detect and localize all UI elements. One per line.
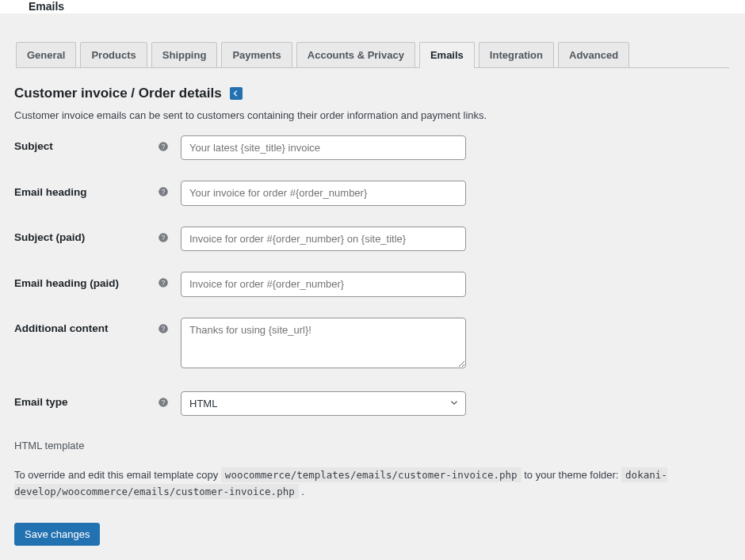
label-subject: Subject (14, 140, 53, 152)
help-icon[interactable]: ? (157, 276, 170, 289)
tab-emails[interactable]: Emails (419, 42, 475, 68)
tab-accounts-privacy[interactable]: Accounts & Privacy (296, 42, 415, 68)
template-text-after: . (301, 486, 304, 497)
tab-payments[interactable]: Payments (221, 42, 292, 68)
row-additional-content: Additional content ? (14, 318, 731, 371)
input-subject[interactable] (181, 135, 466, 161)
tab-shipping[interactable]: Shipping (151, 42, 218, 68)
settings-tabs: General Products Shipping Payments Accou… (16, 42, 729, 68)
input-email-heading-paid[interactable] (181, 272, 466, 297)
tab-products[interactable]: Products (80, 42, 147, 68)
input-subject-paid[interactable] (181, 227, 466, 252)
content-area: General Products Shipping Payments Accou… (0, 13, 745, 560)
input-email-heading[interactable] (181, 181, 466, 206)
row-email-type: Email type ? HTML (14, 391, 731, 417)
help-icon[interactable]: ? (157, 185, 170, 198)
help-icon[interactable]: ? (157, 140, 170, 153)
row-email-heading-paid: Email heading (paid) ? (14, 272, 731, 297)
section-heading: Customer invoice / Order details (14, 86, 731, 101)
html-template-heading: HTML template (14, 440, 731, 451)
template-text-mid: to your theme folder: (524, 469, 621, 481)
svg-text:?: ? (162, 234, 166, 242)
help-icon[interactable]: ? (157, 322, 170, 335)
template-text-before: To override and edit this email template… (14, 469, 221, 481)
template-code-src: woocommerce/templates/emails/customer-in… (221, 467, 522, 482)
svg-text:?: ? (162, 189, 166, 196)
svg-text:?: ? (162, 399, 166, 406)
svg-text:?: ? (162, 143, 166, 150)
page-title: Emails (29, 0, 64, 13)
label-email-type: Email type (14, 396, 68, 408)
tab-advanced[interactable]: Advanced (558, 42, 629, 68)
row-subject: Subject ? (14, 135, 731, 161)
row-subject-paid: Subject (paid) ? (14, 227, 731, 252)
html-template-text: To override and edit this email template… (14, 467, 712, 501)
tab-integration[interactable]: Integration (479, 42, 554, 68)
section-description: Customer invoice emails can be sent to c… (14, 109, 731, 121)
back-icon[interactable] (230, 87, 243, 100)
svg-text:?: ? (162, 326, 166, 333)
save-changes-button[interactable]: Save changes (14, 523, 100, 546)
help-icon[interactable]: ? (157, 396, 170, 409)
label-additional-content: Additional content (14, 322, 109, 334)
help-icon[interactable]: ? (157, 231, 170, 244)
topbar: Emails (0, 0, 745, 13)
select-email-type[interactable]: HTML (181, 391, 466, 417)
textarea-additional-content[interactable] (181, 318, 466, 368)
section-heading-text: Customer invoice / Order details (14, 86, 222, 101)
label-email-heading-paid: Email heading (paid) (14, 277, 119, 289)
svg-text:?: ? (162, 280, 166, 287)
label-subject-paid: Subject (paid) (14, 231, 85, 243)
tab-general[interactable]: General (16, 42, 76, 68)
emails-section: Customer invoice / Order details Custome… (14, 68, 731, 546)
row-email-heading: Email heading ? (14, 181, 731, 206)
label-email-heading: Email heading (14, 186, 87, 198)
